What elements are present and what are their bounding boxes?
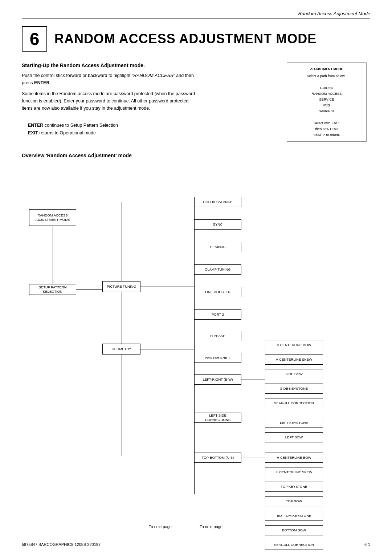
fc-picture-tuning: PICTURE TUNING	[102, 281, 140, 292]
fc-line-doubler: LINE DOUBLER	[194, 287, 241, 297]
fc-left-right: LEFT-RIGHT (E-W)	[194, 374, 241, 385]
overview-heading: Overview 'Random Access Adjustment' mode	[22, 153, 370, 158]
header-title: Random Access Adjustment Mode	[298, 11, 370, 16]
fc-left-keystone: LEFT KEYSTONE	[265, 418, 323, 428]
chapter-number: 6	[22, 26, 47, 52]
chapter-block: 6 RANDOM ACCESS ADJUSTMENT MODE	[22, 26, 370, 52]
fc-raster-shift: RASTER SHIFT	[194, 353, 241, 363]
flowchart-area: RANDOM ACCESSADJUSTMENT MODE SETUP PATTE…	[22, 166, 370, 529]
footer-right: 6-1	[364, 542, 370, 547]
chapter-title: RANDOM ACCESS ADJUSTMENT MODE	[54, 31, 317, 46]
startup-section: Starting-Up the Random Access Adjustment…	[22, 62, 370, 142]
page-header: Random Access Adjustment Mode	[22, 11, 370, 19]
screen-subtitle: Select a path from below :	[291, 73, 363, 79]
fc-side-keystone: SIDE KEYSTONE	[265, 384, 323, 394]
fc-h-phase: H PHASE	[194, 331, 241, 341]
fc-clamp-tuning: CLAMP TUNING	[194, 264, 241, 275]
screen-item-1: RANDOM ACCESS	[291, 91, 363, 97]
fc-setup-pattern: SETUP PATTERN SELECTION	[29, 284, 76, 295]
screen-diagram-title: ADJUSTMENT MODE	[291, 66, 363, 72]
fc-top-keystone: TOP KEYSTONE	[265, 482, 323, 492]
fc-h-centerline-bow: H CENTERLINE BOW	[265, 453, 323, 463]
fc-random-access: RANDOM ACCESSADJUSTMENT MODE	[29, 209, 76, 226]
fc-sync: SYNC	[194, 219, 241, 230]
section1-para2: Some items in the Random access mode are…	[22, 90, 200, 112]
fc-peaking: PEAKING	[194, 242, 241, 252]
infobox-line1: ENTER continues to Setup Pattern Selecti…	[28, 122, 118, 129]
fc-seagull-2: SEAGULL CORRECTION	[265, 540, 323, 550]
fc-seagull-1: SEAGULL CORRECTION	[265, 398, 323, 408]
page: Random Access Adjustment Mode 6 RANDOM A…	[0, 0, 392, 555]
info-box: ENTER continues to Setup Pattern Selecti…	[22, 118, 124, 141]
screen-item-0: GUIDED	[291, 85, 363, 91]
fc-bottom-bow: BOTTOM BOW	[265, 525, 323, 535]
fc-v-centerline-bow: V CENTERLINE BOW	[265, 340, 323, 350]
startup-right: ADJUSTMENT MODE Select a path from below…	[287, 62, 370, 142]
fc-left-side: LEFT SIDE CORRECTIONS	[194, 413, 241, 423]
screen-footer: Select with ↓ or ↑then <ENTER><EXIT> to …	[291, 120, 363, 138]
footer-left: 5975847 BARCOGRAPHICS 1208S 220197	[22, 542, 101, 547]
to-next-page-right: To next page	[200, 524, 222, 529]
screen-diagram-body: Select a path from below : GUIDED RANDOM…	[291, 73, 363, 138]
startup-left: Starting-Up the Random Access Adjustment…	[22, 62, 276, 141]
screen-item-3: IRIS	[291, 102, 363, 108]
screen-item-2: SERVICE	[291, 97, 363, 102]
fc-left-bow: LEFT BOW	[265, 432, 323, 442]
section1-para1: Push the control stick forward or backwa…	[22, 72, 200, 86]
fc-port2: PORT 2	[194, 309, 241, 320]
infobox-line2: EXIT returns to Operational mode	[28, 129, 118, 137]
fc-h-centerline-skew: H CENTERLINE SKEW	[265, 467, 323, 477]
fc-top-bow: TOP BOW	[265, 496, 323, 506]
fc-bottom-keystone: BOTTOM KEYSTONE	[265, 511, 323, 521]
screen-item-4: Source 01	[291, 108, 363, 114]
fc-geometry: GEOMETRY	[102, 344, 140, 355]
section1-heading: Starting-Up the Random Access Adjustment…	[22, 62, 276, 68]
to-next-page-left: To next page	[149, 524, 172, 529]
fc-v-centerline-skew: V CENTERLINE SKEW	[265, 355, 323, 365]
fc-top-bottom: TOP-BOTTOM (N-S)	[194, 453, 241, 463]
fc-color-balance: COLOR BALANCE	[194, 197, 241, 207]
fc-side-bow: SIDE BOW	[265, 369, 323, 379]
screen-diagram: ADJUSTMENT MODE Select a path from below…	[287, 62, 367, 142]
